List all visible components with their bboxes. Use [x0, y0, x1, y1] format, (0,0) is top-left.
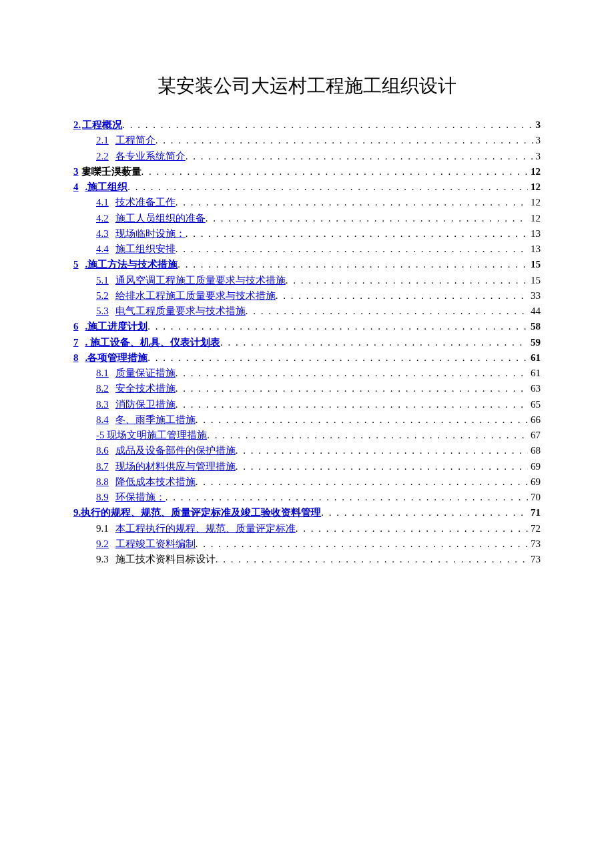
toc-page-number: 69	[528, 474, 541, 490]
toc-number[interactable]: 4.3	[96, 228, 109, 239]
toc-text[interactable]: 给排水工程施工质量要求与技术措施	[115, 290, 276, 301]
toc-number[interactable]: 8.8	[96, 476, 109, 487]
toc-text[interactable]: 本工程执行的规程、规范、质量评定标准	[115, 523, 296, 534]
toc-row: 3婁嚛壬湨薮量12	[73, 164, 541, 179]
toc-text[interactable]: .施工组织	[85, 181, 128, 192]
toc-label[interactable]: 5.1通风空调工程施工质量要求与技术措施	[96, 273, 286, 288]
toc-text[interactable]: 成品及设备部件的保护措施	[115, 445, 236, 456]
toc-label[interactable]: 8.1质量保证措施	[96, 366, 176, 381]
toc-page-number: 12	[528, 195, 541, 210]
toc-text[interactable]: 消防保卫措施	[115, 399, 176, 410]
toc-leader-dots	[166, 490, 528, 505]
toc-text[interactable]: 各专业系统简介	[115, 151, 186, 161]
toc-text[interactable]: . 施工设备、机具、仪表计划表	[85, 337, 221, 348]
toc-number[interactable]: 5.3	[96, 306, 109, 316]
toc-text[interactable]: 技术准备工作	[115, 197, 176, 207]
toc-page-number: 59	[528, 335, 541, 350]
toc-label[interactable]: 8.2安全技术措施	[96, 381, 176, 396]
toc-text[interactable]: 现场的材料供应与管理措施	[115, 461, 236, 472]
toc-number[interactable]: 9.2	[96, 538, 109, 549]
toc-number[interactable]: 5.1	[96, 275, 109, 286]
toc-label[interactable]: 5.施工方法与技术措施	[73, 257, 178, 272]
toc-page-number: 13	[528, 242, 541, 257]
toc-row: 7. 施工设备、机具、仪表计划表59	[73, 335, 541, 350]
toc-text[interactable]: 工程竣工资料编制	[115, 538, 196, 549]
toc-number[interactable]: 8.3	[96, 399, 109, 410]
toc-label[interactable]: 9.1本工程执行的规程、规范、质量评定标准	[96, 521, 296, 536]
toc-number[interactable]: 8.9	[96, 492, 109, 502]
toc-label[interactable]: 8.7现场的材料供应与管理措施	[96, 459, 236, 474]
toc-number[interactable]: 8.7	[96, 461, 109, 472]
toc-row: 8.1质量保证措施61	[73, 366, 541, 381]
toc-number[interactable]: 8	[73, 352, 79, 363]
toc-leader-dots	[216, 552, 528, 567]
toc-leader-dots	[236, 443, 528, 458]
toc-label[interactable]: -5 现场文明施工管理措施	[96, 428, 207, 443]
toc-number[interactable]: 6	[73, 321, 79, 332]
toc-page-number: 66	[528, 412, 541, 428]
toc-number[interactable]: 5.2	[96, 290, 109, 301]
toc-label[interactable]: 9.2工程竣工资料编制	[96, 536, 196, 552]
toc-number[interactable]: 2.	[73, 119, 81, 130]
toc-leader-dots	[127, 179, 528, 195]
toc-number[interactable]: 8.6	[96, 445, 109, 456]
toc-number[interactable]: 4.4	[96, 244, 109, 254]
toc-text[interactable]: 通风空调工程施工质量要求与技术措施	[115, 275, 286, 286]
toc-label[interactable]: 5.3电气工程质量要求与技术措施	[96, 304, 246, 319]
toc-label[interactable]: 8.6成品及设备部件的保护措施	[96, 443, 236, 458]
toc-label[interactable]: 9.执行的规程、规范、质量评定标准及竣工验收资料管理	[73, 505, 321, 520]
toc-label[interactable]: 8.4冬、雨季施工措施	[96, 412, 196, 428]
toc-text[interactable]: 冬、雨季施工措施	[115, 414, 196, 425]
toc-number[interactable]: 5	[73, 259, 79, 270]
toc-page-number: 68	[528, 443, 541, 458]
toc-label[interactable]: 3婁嚛壬湨薮量	[73, 164, 141, 179]
toc-label[interactable]: 2.工程概况	[73, 117, 122, 133]
toc-text[interactable]: 安全技术措施	[115, 383, 176, 394]
toc-number[interactable]: 3	[73, 166, 79, 177]
toc-text[interactable]: 施工组织安排	[115, 244, 176, 254]
toc-text[interactable]: 工程概况	[82, 119, 122, 130]
toc-number[interactable]: 7	[73, 337, 79, 348]
toc-text[interactable]: 电气工程质量要求与技术措施	[115, 306, 246, 316]
toc-text[interactable]: 环保措施：	[115, 492, 166, 502]
toc-link[interactable]: -5 现场文明施工管理措施	[96, 430, 207, 440]
toc-label[interactable]: 6.施工进度计划	[73, 319, 147, 334]
toc-label[interactable]: 2.1工程简介	[96, 133, 156, 148]
toc-text[interactable]: .施工进度计划	[85, 321, 148, 332]
toc-number[interactable]: 4.1	[96, 197, 109, 207]
toc-label[interactable]: 5.2给排水工程施工质量要求与技术措施	[96, 288, 276, 304]
toc-label[interactable]: 2.2各专业系统简介	[96, 149, 186, 164]
toc-number[interactable]: 2.2	[96, 151, 109, 161]
toc-text[interactable]: .施工方法与技术措施	[85, 259, 178, 270]
toc-label[interactable]: 4.施工组织	[73, 179, 127, 195]
toc-label[interactable]: 8.3消防保卫措施	[96, 397, 176, 412]
document-page: 某安装公司大运村工程施工组织设计 2.工程概况32.1工程简介32.2各专业系统…	[0, 0, 614, 868]
toc-leader-dots	[178, 257, 528, 272]
document-title: 某安装公司大运村工程施工组织设计	[73, 73, 541, 99]
toc-label[interactable]: 4.2施工人员组织的准备	[96, 211, 206, 226]
toc-number[interactable]: 4.2	[96, 213, 109, 224]
toc-number[interactable]: 8.2	[96, 383, 109, 394]
toc-number[interactable]: 8.1	[96, 368, 109, 378]
toc-text[interactable]: 施工人员组织的准备	[115, 213, 206, 224]
toc-number[interactable]: 8.4	[96, 414, 109, 425]
toc-text[interactable]: 质量保证措施	[115, 368, 176, 378]
toc-leader-dots	[186, 149, 533, 164]
toc-text[interactable]: 降低成本技术措施	[115, 476, 196, 487]
toc-text[interactable]: .各项管理措施	[85, 352, 148, 363]
toc-label[interactable]: 7. 施工设备、机具、仪表计划表	[73, 335, 220, 350]
toc-label[interactable]: 4.3现场临时设施：	[96, 226, 186, 242]
toc-label[interactable]: 8.8降低成本技术措施	[96, 474, 196, 490]
toc-number[interactable]: 4	[73, 181, 79, 192]
toc-leader-dots	[220, 335, 528, 350]
toc-number[interactable]: 2.1	[96, 135, 109, 145]
toc-label[interactable]: 4.1技术准备工作	[96, 195, 176, 210]
toc-text[interactable]: 现场临时设施：	[115, 228, 186, 239]
toc-label[interactable]: 4.4施工组织安排	[96, 242, 176, 257]
toc-row: 4.2施工人员组织的准备12	[73, 211, 541, 226]
toc-label[interactable]: 8.各项管理措施	[73, 350, 147, 366]
toc-text[interactable]: 工程简介	[115, 135, 156, 145]
toc-label[interactable]: 8.9环保措施：	[96, 490, 166, 505]
toc-row: 5.3电气工程质量要求与技术措施44	[73, 304, 541, 319]
toc-link[interactable]: 9.执行的规程、规范、质量评定标准及竣工验收资料管理	[73, 507, 321, 518]
